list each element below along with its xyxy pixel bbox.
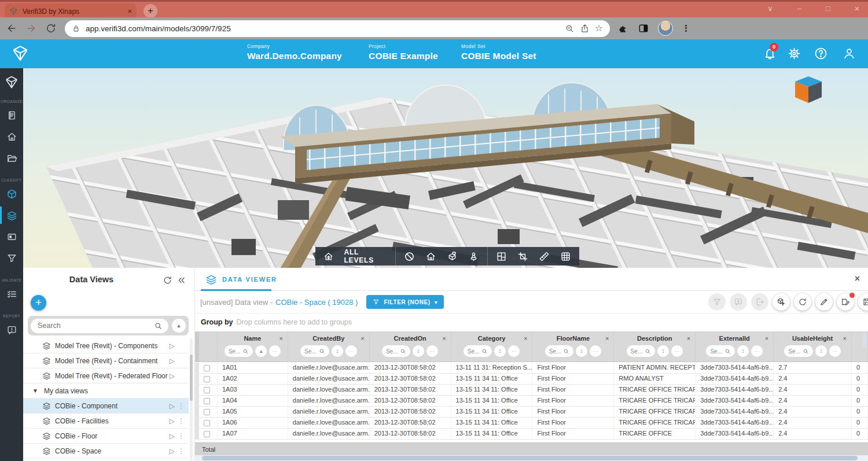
table-row[interactable]: 1A07danielle.r.love@usace.arm...2013-12-… bbox=[195, 429, 868, 440]
modelset-selector[interactable]: Model Set COBIE Model Set bbox=[461, 43, 536, 61]
browser-menu-icon[interactable]: ⋮ bbox=[682, 23, 690, 34]
item-menu-icon[interactable]: ⋮ bbox=[178, 447, 185, 455]
column-menu-button[interactable]: ·· bbox=[751, 345, 763, 357]
window-maximize-icon[interactable]: □ bbox=[821, 4, 836, 13]
sort-icon[interactable] bbox=[815, 345, 827, 357]
zoom-out-icon[interactable] bbox=[565, 24, 575, 34]
data-view-item[interactable]: Model Tree (Revit) - Federated Floor▷ bbox=[23, 368, 189, 383]
remove-column-icon[interactable]: × bbox=[279, 335, 282, 342]
3d-viewport[interactable]: ALL LEVELS bbox=[23, 68, 868, 268]
url-text[interactable]: app.verifi3d.com/main/models/3099/7/925 bbox=[86, 24, 560, 33]
table-row[interactable]: 1A04danielle.r.love@usace.arm...2013-12-… bbox=[195, 396, 868, 407]
project-selector[interactable]: Project COBIE Example bbox=[369, 43, 438, 61]
forward-icon[interactable] bbox=[25, 23, 37, 34]
data-view-item[interactable]: COBie - Component▷⋮ bbox=[23, 399, 189, 414]
window-menu-icon[interactable]: ∨ bbox=[763, 4, 778, 13]
run-view-icon[interactable]: ▷ bbox=[170, 432, 175, 440]
column-menu-button[interactable]: ·· bbox=[508, 345, 520, 357]
column-header[interactable]: ExternalId×Se...·· bbox=[696, 332, 774, 362]
verifi3d-logo-icon[interactable] bbox=[12, 45, 29, 62]
data-view-item[interactable]: Model Tree (Revit) - Containment▷ bbox=[23, 353, 189, 368]
column-menu-button[interactable]: ·· bbox=[671, 345, 683, 357]
extensions-icon[interactable] bbox=[618, 23, 629, 34]
rail-item-documents[interactable] bbox=[0, 105, 23, 125]
row-checkbox[interactable] bbox=[204, 365, 210, 371]
back-icon[interactable] bbox=[6, 23, 17, 34]
navigation-cube[interactable] bbox=[793, 75, 824, 104]
bookmark-star-icon[interactable]: ☆ bbox=[595, 24, 603, 33]
column-search-input[interactable]: Se... bbox=[464, 345, 492, 357]
remove-column-icon[interactable]: × bbox=[605, 335, 609, 342]
sort-icon[interactable] bbox=[332, 345, 343, 357]
new-tab-button[interactable]: + bbox=[144, 4, 157, 18]
sort-icon[interactable] bbox=[494, 345, 506, 357]
column-search-input[interactable]: Se... bbox=[300, 345, 329, 357]
url-bar[interactable]: app.verifi3d.com/main/models/3099/7/925 … bbox=[65, 20, 610, 37]
rail-item-home[interactable] bbox=[0, 127, 23, 146]
sort-icon[interactable] bbox=[737, 345, 749, 357]
row-checkbox[interactable] bbox=[204, 376, 210, 382]
column-search-input[interactable]: Se... bbox=[627, 345, 656, 357]
rail-item-projects[interactable] bbox=[0, 148, 23, 168]
table-row[interactable]: 1A02danielle.r.love@usace.arm...2013-12-… bbox=[195, 374, 868, 385]
reload-icon[interactable] bbox=[45, 23, 57, 34]
run-view-icon[interactable]: ▷ bbox=[170, 372, 175, 380]
row-checkbox[interactable] bbox=[204, 431, 210, 437]
table-row[interactable]: 1A06danielle.r.love@usace.arm...2013-12-… bbox=[195, 418, 868, 429]
column-header[interactable]: UsableHeight×Se...·· bbox=[774, 332, 852, 362]
split-view-icon[interactable] bbox=[496, 251, 507, 262]
save-button[interactable] bbox=[858, 293, 868, 311]
column-menu-button[interactable]: ·· bbox=[426, 345, 438, 357]
column-header[interactable]: Category×Se...·· bbox=[451, 332, 533, 362]
save-as-button[interactable] bbox=[837, 293, 854, 311]
data-view-item[interactable]: Model Tree (Revit) - Components▷ bbox=[23, 338, 189, 353]
run-view-icon[interactable]: ▷ bbox=[170, 417, 175, 425]
sort-icon[interactable] bbox=[576, 345, 587, 357]
item-menu-icon[interactable]: ⋮ bbox=[178, 402, 185, 410]
help-icon[interactable] bbox=[814, 46, 828, 61]
company-selector[interactable]: Company Ward.Demo.Company bbox=[247, 43, 342, 61]
tab-data-viewer[interactable]: DATA VIEWER bbox=[201, 271, 282, 287]
column-search-input[interactable]: Se... bbox=[784, 345, 813, 357]
browser-tab[interactable]: Verifi3D by Xinaps × bbox=[5, 3, 137, 19]
3d-model-view[interactable] bbox=[23, 68, 868, 268]
search-input[interactable] bbox=[36, 321, 154, 330]
column-search-input[interactable]: Se... bbox=[706, 345, 735, 357]
column-header[interactable]: CreatedBy×Se...·· bbox=[288, 332, 370, 362]
column-header[interactable]: FloorName×Se...·· bbox=[532, 332, 614, 362]
collapse-search-button[interactable]: ▲ bbox=[172, 319, 186, 333]
column-menu-button[interactable]: ·· bbox=[345, 345, 357, 357]
column-search-input[interactable]: Se... bbox=[382, 345, 411, 357]
row-checkbox[interactable] bbox=[204, 420, 210, 426]
grid-vertical-scrollbar[interactable] bbox=[863, 333, 867, 348]
remove-column-icon[interactable]: × bbox=[361, 335, 364, 342]
remove-column-icon[interactable]: × bbox=[687, 335, 690, 342]
item-menu-icon[interactable]: ⋮ bbox=[178, 432, 185, 440]
first-person-icon[interactable] bbox=[468, 251, 479, 262]
profile-avatar[interactable] bbox=[658, 21, 673, 36]
section-box-icon[interactable] bbox=[447, 251, 458, 262]
home-view-icon[interactable] bbox=[425, 251, 436, 262]
remove-column-icon[interactable]: × bbox=[843, 335, 847, 342]
data-view-item[interactable]: COBie - Space▷⋮ bbox=[23, 444, 189, 459]
view-name-link[interactable]: COBie - Space ( 19028 ) bbox=[275, 298, 358, 307]
column-search-input[interactable]: Se... bbox=[225, 345, 253, 357]
close-panel-icon[interactable]: × bbox=[855, 274, 860, 284]
data-views-group-row[interactable]: ▼My data views bbox=[23, 383, 189, 399]
level-selector[interactable]: ALL LEVELS bbox=[315, 247, 395, 265]
refresh-views-icon[interactable] bbox=[163, 275, 172, 285]
filter-button[interactable]: FILTER (NONE) ▾ bbox=[366, 295, 444, 309]
add-data-view-button[interactable]: + bbox=[31, 295, 46, 311]
row-checkbox[interactable] bbox=[204, 387, 210, 393]
settings-gear-icon[interactable] bbox=[787, 46, 801, 61]
column-menu-button[interactable]: ·· bbox=[269, 345, 281, 357]
column-search-input[interactable]: Se... bbox=[545, 345, 574, 357]
search-field[interactable] bbox=[31, 319, 168, 333]
run-view-icon[interactable]: ▷ bbox=[170, 447, 175, 455]
run-view-icon[interactable]: ▷ bbox=[170, 342, 175, 350]
column-header[interactable]: Description×Se...·· bbox=[614, 332, 696, 362]
collapse-panel-icon[interactable] bbox=[176, 275, 186, 285]
data-view-item[interactable]: COBie - Floor▷⋮ bbox=[23, 429, 189, 444]
sort-asc-icon[interactable]: ▲ bbox=[255, 345, 267, 357]
account-user-icon[interactable] bbox=[842, 46, 856, 61]
